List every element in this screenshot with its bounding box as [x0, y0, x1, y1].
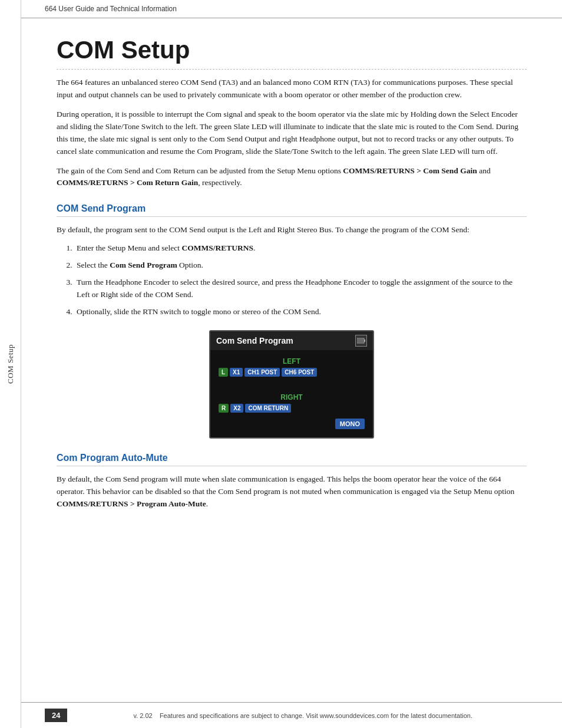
intro-para3: The gain of the Com Send and Com Return …	[57, 165, 527, 190]
intro-para3-prefix: The gain of the Com Send and Com Return …	[57, 166, 343, 175]
main-content: 664 User Guide and Technical Information…	[21, 0, 562, 728]
screen-image: Com Send Program LEFT	[209, 330, 374, 439]
intro-para1: The 664 features an unbalanced stereo CO…	[57, 77, 527, 101]
step2-bold: Com Send Program	[110, 261, 177, 269]
step1-prefix: Enter the Setup Menu and select	[77, 243, 181, 252]
intro-para2: During operation, it is possible to inte…	[57, 108, 527, 158]
sidebar-label: COM Setup	[6, 344, 15, 384]
screen-right-label: RIGHT	[219, 393, 365, 401]
step2-suffix: Option.	[177, 261, 203, 269]
screen-left-label: LEFT	[219, 357, 365, 365]
auto-mute-suffix: .	[206, 499, 208, 508]
screen-body: LEFT L X1 CH1 POST CH6 POST RIGHT R X	[210, 350, 373, 437]
intro-para3-bold2: COMMS/RETURNS > Com Return Gain	[57, 178, 198, 187]
screen-ch-COMRETURN: COM RETURN	[245, 404, 291, 413]
intro-para3-suffix: , respectively.	[198, 178, 242, 187]
screen-ch-X1: X1	[230, 368, 243, 377]
footer-text: v. 2.02 Features and specifications are …	[79, 712, 527, 719]
section-auto-mute-heading: Com Program Auto-Mute	[57, 453, 527, 466]
svg-rect-2	[358, 339, 363, 342]
footer-page-number: 24	[45, 709, 67, 722]
footer-notice: Features and specifications are subject …	[160, 712, 472, 719]
step1-suffix: .	[253, 243, 255, 252]
screen-ch-L: L	[219, 368, 228, 377]
screen-spacer	[219, 383, 365, 391]
top-header: 664 User Guide and Technical Information	[21, 0, 562, 18]
screen-mono-box: MONO	[335, 419, 365, 429]
screen-titlebar: Com Send Program	[210, 331, 373, 350]
auto-mute-para1: By default, the Com Send program will mu…	[57, 473, 527, 510]
intro-para3-mid: and	[477, 166, 491, 175]
step1-bold: COMMS/RETURNS	[181, 243, 253, 252]
com-send-steps: Enter the Setup Menu and select COMMS/RE…	[68, 242, 527, 318]
section-com-send-heading: COM Send Program	[57, 203, 527, 217]
screen-ch-CH1POST: CH1 POST	[244, 368, 280, 377]
screen-mono-row: MONO	[219, 419, 365, 429]
footer-version: v. 2.02	[133, 712, 152, 719]
screen-title: Com Send Program	[216, 336, 293, 345]
screen-ch-CH6POST: CH6 POST	[282, 368, 317, 377]
page-title: COM Setup	[57, 36, 527, 70]
screen-ch-X2: X2	[230, 404, 243, 413]
sidebar-tab: COM Setup	[0, 0, 21, 728]
step2-prefix: Select the	[77, 261, 110, 269]
step-4: Optionally, slide the RTN switch to togg…	[74, 306, 527, 318]
screen-battery-icon	[355, 335, 367, 347]
intro-para3-bold1: COMMS/RETURNS > Com Send Gain	[343, 166, 477, 175]
step-2: Select the Com Send Program Option.	[74, 259, 527, 272]
screen-ch-R: R	[219, 404, 229, 413]
step4-prefix: Optionally, slide the RTN switch to togg…	[77, 307, 321, 316]
com-send-para1: By default, the program sent to the COM …	[57, 224, 527, 236]
content-body: COM Setup The 664 features an unbalanced…	[21, 18, 562, 702]
svg-rect-1	[364, 340, 365, 342]
page-footer: 24 v. 2.02 Features and specifications a…	[21, 702, 562, 728]
step3-prefix: Turn the Headphone Encoder to select the…	[77, 278, 513, 299]
screen-right-channels: R X2 COM RETURN	[219, 404, 365, 413]
screen-container: Com Send Program LEFT	[57, 330, 527, 439]
screen-left-channels: L X1 CH1 POST CH6 POST	[219, 368, 365, 377]
auto-mute-text: By default, the Com Send program will mu…	[57, 475, 514, 496]
step-3: Turn the Headphone Encoder to select the…	[74, 276, 527, 301]
auto-mute-bold: COMMS/RETURNS > Program Auto-Mute	[57, 499, 206, 508]
step-1: Enter the Setup Menu and select COMMS/RE…	[74, 242, 527, 255]
header-title: 664 User Guide and Technical Information	[45, 5, 177, 13]
